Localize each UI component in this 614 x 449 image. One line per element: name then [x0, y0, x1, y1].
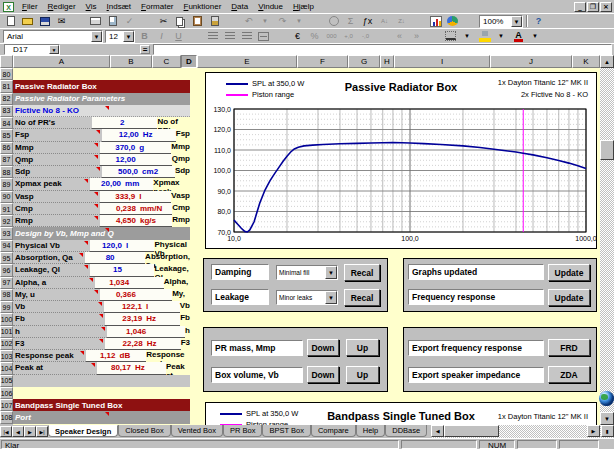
- param-name-cell[interactable]: My, u: [13, 289, 100, 301]
- export-zda-button[interactable]: ZDA: [548, 366, 590, 383]
- param-name-cell[interactable]: Peak at: [13, 362, 97, 374]
- toolbar-button[interactable]: [223, 14, 240, 28]
- param-value-cell[interactable]: 1,034: [95, 277, 131, 289]
- param-value-cell[interactable]: 2: [92, 117, 126, 129]
- sheet-tab[interactable]: Compare: [311, 425, 356, 437]
- param-unit-cell[interactable]: g: [137, 142, 171, 154]
- toolbar-button[interactable]: ▼: [527, 29, 544, 43]
- horizontal-scrollbar[interactable]: ◀ ▶ ▮: [431, 425, 614, 438]
- param-unit-cell[interactable]: mm/N: [138, 203, 172, 215]
- toolbar-button[interactable]: ✓: [121, 14, 138, 28]
- toolbar-button[interactable]: [19, 14, 36, 28]
- toolbar-button[interactable]: ✉: [53, 14, 70, 28]
- param-unit-cell[interactable]: cm2: [140, 166, 175, 178]
- row-header[interactable]: 101: [0, 326, 13, 338]
- param-unit-cell[interactable]: [148, 326, 185, 338]
- toolbar-button[interactable]: [172, 14, 189, 28]
- param-name-cell[interactable]: Absorption, Qa: [13, 252, 85, 264]
- damping-dropdown[interactable]: Minimal fill ▼: [276, 265, 338, 280]
- toolbar-button[interactable]: [308, 14, 325, 28]
- param-value-cell[interactable]: 80: [85, 252, 117, 264]
- param-unit-cell[interactable]: kg/s: [138, 215, 172, 227]
- row-header[interactable]: 84: [0, 117, 13, 129]
- toolbar-button[interactable]: [104, 14, 121, 28]
- tab-scroll-button[interactable]: ▶: [24, 426, 36, 437]
- toolbar-button[interactable]: [442, 29, 459, 43]
- toolbar-button[interactable]: [476, 29, 493, 43]
- param-value-cell[interactable]: 122,1: [104, 301, 144, 313]
- row-header[interactable]: 85: [0, 129, 13, 141]
- sheet-tab[interactable]: DDBase: [385, 425, 427, 437]
- row-header[interactable]: 98: [0, 289, 13, 301]
- menu-indsaet[interactable]: Indsæt: [102, 1, 136, 12]
- param-name-cell[interactable]: Physical Vb: [13, 240, 90, 252]
- workbook-icon[interactable]: X: [3, 2, 14, 12]
- spl-chart[interactable]: SPL at 350,0 W Piston range Passive Radi…: [205, 72, 597, 249]
- toolbar-button[interactable]: [221, 29, 238, 43]
- menu-data[interactable]: Data: [226, 1, 253, 12]
- row-header[interactable]: 99: [0, 301, 13, 313]
- scroll-left-button[interactable]: ◀: [431, 425, 444, 437]
- chevron-down-icon[interactable]: ▼: [325, 266, 337, 279]
- row-header[interactable]: 91: [0, 203, 13, 215]
- menu-hjaelp[interactable]: Hjælp: [288, 1, 319, 12]
- param-value-cell[interactable]: 80,17: [97, 362, 133, 374]
- toolbar-button[interactable]: ▼: [459, 29, 476, 43]
- row-header[interactable]: 95: [0, 252, 13, 264]
- export-frd-button[interactable]: FRD: [548, 339, 590, 356]
- vertical-scrollbar[interactable]: ▲ ▼: [600, 55, 614, 425]
- param-unit-cell[interactable]: [117, 252, 146, 264]
- chevron-down-icon[interactable]: ▼: [91, 31, 102, 42]
- toolbar-button[interactable]: Σ: [342, 14, 359, 28]
- row-header[interactable]: 106: [0, 387, 13, 399]
- tab-split-handle[interactable]: ▮: [601, 425, 614, 437]
- chevron-down-icon[interactable]: ▼: [123, 31, 134, 42]
- toolbar-button[interactable]: ƒx: [359, 14, 376, 28]
- column-header[interactable]: B: [110, 55, 152, 68]
- toolbar-button[interactable]: [2, 14, 19, 28]
- zoom-combo[interactable]: 100% ▼: [479, 15, 523, 28]
- chevron-down-icon[interactable]: ▼: [49, 45, 59, 54]
- sheet-tab[interactable]: Vented Box: [171, 425, 223, 437]
- menu-funktioner[interactable]: Funktioner: [179, 1, 227, 12]
- toolbar-button[interactable]: [427, 14, 444, 28]
- formula-input[interactable]: [153, 44, 612, 55]
- toolbar-button[interactable]: ↷: [274, 14, 291, 28]
- pr-mass-down-button[interactable]: Down: [307, 339, 339, 356]
- pr-mass-up-button[interactable]: Up: [346, 339, 379, 356]
- toolbar-button[interactable]: [461, 14, 478, 28]
- row-header[interactable]: 94: [0, 240, 13, 252]
- column-header[interactable]: D: [181, 55, 197, 68]
- param-value-cell[interactable]: 1,046: [107, 326, 148, 338]
- tab-scroll-button[interactable]: |◀: [0, 426, 12, 437]
- row-header[interactable]: 87: [0, 154, 13, 166]
- param-unit-cell[interactable]: [126, 117, 157, 129]
- param-value-cell[interactable]: 333,9: [100, 191, 138, 203]
- toolbar-button[interactable]: 000: [323, 29, 340, 43]
- vertical-scroll-thumb[interactable]: [600, 140, 614, 160]
- toolbar-button[interactable]: [204, 29, 221, 43]
- toolbar-button[interactable]: U: [170, 29, 187, 43]
- toolbar-button[interactable]: ▼: [291, 14, 308, 28]
- param-unit-cell[interactable]: [131, 277, 163, 289]
- param-unit-cell[interactable]: dB: [118, 350, 147, 362]
- param-name-cell[interactable]: Xpmax peak: [13, 178, 90, 190]
- scroll-up-button[interactable]: ▲: [600, 55, 614, 68]
- param-value-cell[interactable]: 12,00: [102, 129, 141, 141]
- param-value-cell[interactable]: 0,366: [100, 289, 138, 301]
- sheet-tab[interactable]: Speaker Design: [48, 425, 118, 437]
- toolbar-button[interactable]: [187, 29, 204, 43]
- row-header[interactable]: 81: [0, 80, 13, 92]
- scroll-right-button[interactable]: ▶: [587, 425, 600, 437]
- edit-formula-button[interactable]: =: [140, 45, 150, 54]
- row-header[interactable]: 89: [0, 178, 13, 190]
- minimize-button[interactable]: _: [574, 2, 586, 12]
- column-header[interactable]: C: [152, 55, 181, 68]
- column-header[interactable]: J: [490, 55, 572, 68]
- param-unit-cell[interactable]: [124, 264, 155, 276]
- toolbar-button[interactable]: ↶: [240, 14, 257, 28]
- param-name-cell[interactable]: h: [13, 326, 107, 338]
- menu-filer[interactable]: Filer: [17, 1, 43, 12]
- column-header[interactable]: G: [348, 55, 380, 68]
- column-header[interactable]: F: [297, 55, 348, 68]
